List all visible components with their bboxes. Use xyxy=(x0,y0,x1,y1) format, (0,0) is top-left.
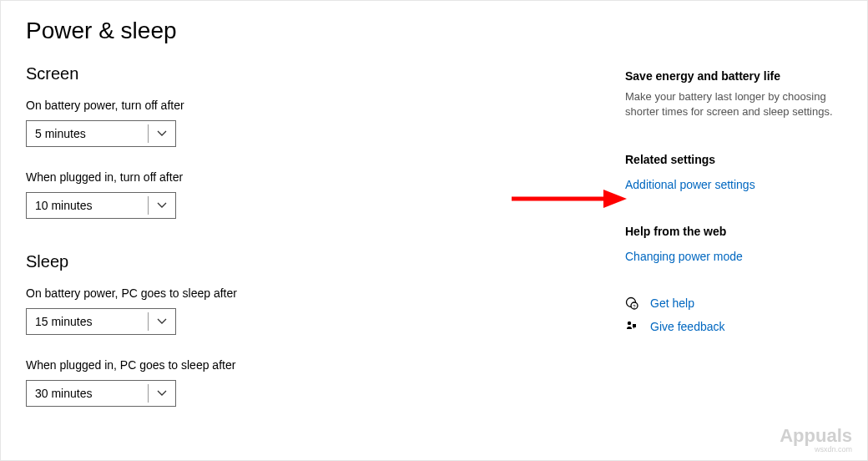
sleep-plugged-select[interactable]: 30 minutes xyxy=(26,380,176,407)
screen-battery-label: On battery power, turn off after xyxy=(26,99,592,112)
additional-power-settings-link[interactable]: Additional power settings xyxy=(625,178,842,191)
save-energy-text: Make your battery last longer by choosin… xyxy=(625,89,842,119)
sleep-plugged-label: When plugged in, PC goes to sleep after xyxy=(26,358,592,372)
chevron-down-icon xyxy=(157,129,167,139)
give-feedback-link[interactable]: Give feedback xyxy=(650,320,725,333)
sleep-plugged-value: 30 minutes xyxy=(35,387,92,400)
get-help-icon: ? xyxy=(625,296,638,310)
related-settings-heading: Related settings xyxy=(625,153,842,166)
watermark-logo: Appuals xyxy=(780,425,852,447)
select-divider xyxy=(148,124,149,143)
sleep-battery-select[interactable]: 15 minutes xyxy=(26,308,176,335)
select-divider xyxy=(148,312,149,331)
chevron-down-icon xyxy=(157,200,167,210)
sidebar: Save energy and battery life Make your b… xyxy=(625,64,842,407)
screen-plugged-select[interactable]: 10 minutes xyxy=(26,192,176,219)
screen-battery-value: 5 minutes xyxy=(35,127,86,140)
watermark: Appuals wsxdn.com xyxy=(780,425,852,453)
chevron-down-icon xyxy=(157,317,167,327)
help-from-web-heading: Help from the web xyxy=(625,225,842,238)
watermark-domain: wsxdn.com xyxy=(815,445,852,453)
screen-battery-select[interactable]: 5 minutes xyxy=(26,120,176,147)
changing-power-mode-link[interactable]: Changing power mode xyxy=(625,250,842,263)
sleep-heading: Sleep xyxy=(26,252,592,271)
page-title: Power & sleep xyxy=(26,18,842,44)
sleep-battery-value: 15 minutes xyxy=(35,315,92,328)
svg-point-3 xyxy=(628,322,631,325)
save-energy-heading: Save energy and battery life xyxy=(625,69,842,83)
main-content: Screen On battery power, turn off after … xyxy=(26,64,625,407)
get-help-link[interactable]: Get help xyxy=(650,296,694,310)
select-divider xyxy=(148,384,149,403)
screen-plugged-label: When plugged in, turn off after xyxy=(26,170,592,184)
select-divider xyxy=(148,196,149,215)
give-feedback-icon xyxy=(625,320,638,333)
screen-plugged-value: 10 minutes xyxy=(35,199,92,212)
chevron-down-icon xyxy=(157,388,167,398)
sleep-battery-label: On battery power, PC goes to sleep after xyxy=(26,286,592,300)
screen-heading: Screen xyxy=(26,64,592,84)
